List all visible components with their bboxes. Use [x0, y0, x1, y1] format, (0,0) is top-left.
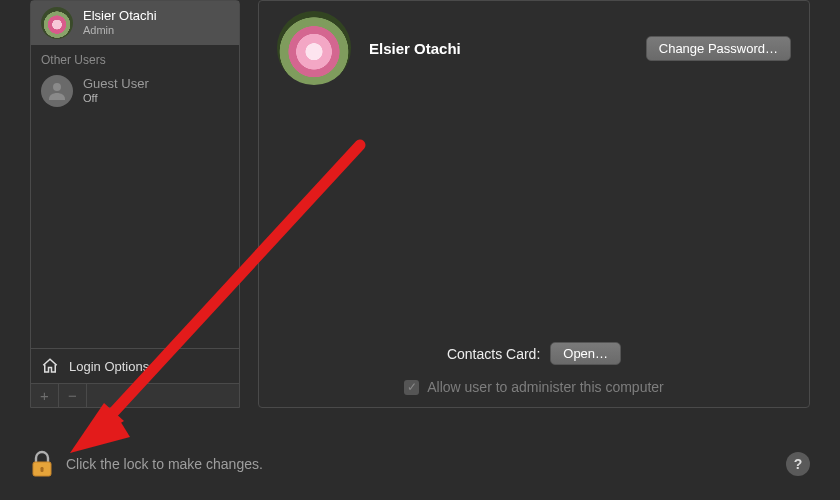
other-users-label: Other Users	[31, 45, 239, 69]
svg-point-0	[53, 83, 61, 91]
detail-header: Elsier Otachi Change Password…	[277, 11, 791, 85]
users-sidebar: Elsier Otachi Admin Other Users Guest Us…	[30, 0, 240, 408]
user-text: Elsier Otachi Admin	[83, 9, 157, 37]
lock-footer: Click the lock to make changes. ?	[30, 450, 810, 478]
profile-name-label: Elsier Otachi	[369, 40, 461, 57]
remove-user-button[interactable]: −	[59, 384, 87, 407]
add-user-button[interactable]: +	[31, 384, 59, 407]
profile-avatar[interactable]	[277, 11, 351, 85]
admin-checkbox-row: ✓ Allow user to administer this computer	[259, 379, 809, 395]
detail-bottom: Contacts Card: Open… ✓ Allow user to adm…	[259, 342, 809, 395]
admin-checkbox-label: Allow user to administer this computer	[427, 379, 664, 395]
help-button[interactable]: ?	[786, 452, 810, 476]
svg-marker-4	[70, 411, 130, 453]
user-name-label: Elsier Otachi	[83, 9, 157, 24]
login-options-button[interactable]: Login Options	[31, 348, 239, 383]
sidebar-item-current-user[interactable]: Elsier Otachi Admin	[31, 1, 239, 45]
sidebar-item-guest-user[interactable]: Guest User Off	[31, 69, 239, 113]
svg-rect-2	[41, 467, 44, 472]
change-password-button[interactable]: Change Password…	[646, 36, 791, 61]
lock-icon[interactable]	[30, 450, 54, 478]
add-remove-toolbar: + −	[31, 383, 239, 407]
admin-checkbox[interactable]: ✓	[404, 380, 419, 395]
guest-avatar-icon	[41, 75, 73, 107]
open-contacts-button[interactable]: Open…	[550, 342, 621, 365]
user-role-label: Admin	[83, 24, 157, 37]
guest-text: Guest User Off	[83, 77, 149, 105]
user-detail-pane: Elsier Otachi Change Password… Contacts …	[258, 0, 810, 408]
login-options-label: Login Options	[69, 359, 149, 374]
avatar	[41, 7, 73, 39]
lock-hint-label: Click the lock to make changes.	[66, 456, 263, 472]
svg-marker-3	[70, 403, 124, 453]
guest-name-label: Guest User	[83, 77, 149, 92]
contacts-card-label: Contacts Card:	[447, 346, 540, 362]
contacts-card-row: Contacts Card: Open…	[259, 342, 809, 365]
guest-status-label: Off	[83, 92, 149, 105]
users-list: Elsier Otachi Admin Other Users Guest Us…	[31, 1, 239, 348]
home-icon	[41, 357, 59, 375]
